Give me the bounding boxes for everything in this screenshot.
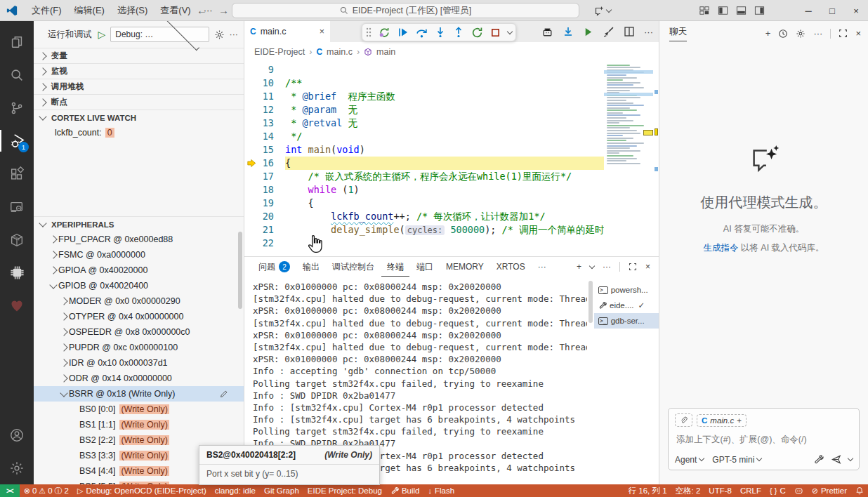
status-utf-8[interactable]: UTF-8 xyxy=(704,484,736,497)
reset-device-button[interactable] xyxy=(379,27,390,39)
panel-tab-调试控制台[interactable]: 调试控制台 xyxy=(327,257,380,277)
status-crlf[interactable]: CRLF xyxy=(736,484,765,497)
problems-status[interactable]: ⊗0 ⚠0 ⓘ2 xyxy=(20,484,73,497)
minimize-button[interactable]: ─ xyxy=(796,0,820,21)
split-editor-icon[interactable] xyxy=(624,26,635,37)
sidebar-item-remote-explorer[interactable] xyxy=(0,190,34,223)
status-debug-openocd-eide-project-[interactable]: ▷Debug: OpenOCD (EIDE-Project) xyxy=(73,484,211,497)
code-line[interactable]: 16{ xyxy=(244,157,604,170)
tree-row[interactable]: OTYPER @ 0x4 0x00000000 xyxy=(34,309,244,324)
chat-settings-gear-icon[interactable] xyxy=(796,29,805,39)
tree-row[interactable]: MODER @ 0x0 0x00000290 xyxy=(34,293,244,309)
step-out-button[interactable] xyxy=(453,27,464,38)
sidebar-more-actions-icon[interactable]: ··· xyxy=(230,29,239,39)
debug-config-select[interactable]: Debug: Open... xyxy=(110,27,209,42)
sidebar-item-source-control[interactable] xyxy=(0,91,34,124)
run-icon[interactable] xyxy=(583,27,593,37)
panel-tab-输出[interactable]: 输出 xyxy=(297,257,325,277)
settings-button[interactable] xyxy=(0,451,34,484)
customize-layout-icon[interactable] xyxy=(695,0,714,21)
section-调用堆栈[interactable]: 调用堆栈 xyxy=(34,79,244,94)
clean-icon[interactable] xyxy=(603,26,614,38)
code-editor[interactable]: 910/**11 * @brief 程序主函数12 * @param 无13 *… xyxy=(244,62,659,256)
code-line[interactable]: 14 */ xyxy=(244,130,604,143)
status--16-1[interactable]: 行 16, 列 1 xyxy=(624,484,671,497)
expand-chat-icon[interactable] xyxy=(839,29,848,38)
sidebar-item-search[interactable] xyxy=(0,58,34,91)
status-prettier[interactable]: ⊘Prettier xyxy=(808,484,851,497)
nav-forward-icon[interactable]: → xyxy=(218,4,229,16)
toggle-secondary-sidebar-icon[interactable] xyxy=(750,0,768,21)
mode-selector[interactable]: Agent xyxy=(675,455,704,465)
chat-input-box[interactable]: C main.c + 添加上下文(#)、扩展(@)、命令(/) Agent GP… xyxy=(668,408,860,470)
chevron-down-icon[interactable] xyxy=(589,263,595,268)
sidebar-item-eide-container[interactable] xyxy=(0,223,34,256)
sidebar-item-peripherals[interactable] xyxy=(0,256,34,289)
attach-context-button[interactable] xyxy=(675,413,692,427)
code-line[interactable]: 9 xyxy=(244,63,604,77)
breadcrumb-symbol[interactable]: main xyxy=(376,47,395,57)
menu-item[interactable]: 选择(S) xyxy=(111,4,154,17)
section-断点[interactable]: 断点 xyxy=(34,94,244,110)
toggle-panel-icon[interactable] xyxy=(732,0,750,21)
panel-tab-MEMORY[interactable]: MEMORY xyxy=(440,257,489,277)
tree-row[interactable]: GPIOB @ 0x40020400 xyxy=(34,278,244,293)
panel-tab-问题[interactable]: 问题2 xyxy=(253,257,296,277)
step-into-button[interactable] xyxy=(435,27,446,38)
code-line[interactable]: 21 delay_simple(cycles: 500000); /* 调用一个… xyxy=(244,223,604,237)
chevron-down-icon[interactable] xyxy=(507,28,513,34)
minimap[interactable] xyxy=(604,63,653,256)
code-line[interactable]: 11 * @brief 程序主函数 xyxy=(244,90,604,103)
copilot-menu-button[interactable] xyxy=(593,3,611,18)
breadcrumb[interactable]: EIDE-Project › C main.c › main xyxy=(244,42,659,62)
status-flash[interactable]: ↓Flash xyxy=(424,484,459,497)
code-line[interactable]: 13 * @retval 无 xyxy=(244,117,604,130)
panel-tabs-overflow-icon[interactable]: ··· xyxy=(532,257,552,277)
close-chat-icon[interactable]: × xyxy=(855,28,861,39)
more-actions-icon[interactable]: ··· xyxy=(644,27,653,37)
tree-row[interactable]: GPIOA @ 0x40020000 xyxy=(34,263,244,278)
menu-item[interactable]: 编辑(E) xyxy=(68,4,111,17)
close-tab-icon[interactable]: × xyxy=(320,27,324,37)
chevron-down-icon[interactable] xyxy=(848,456,853,461)
code-line[interactable]: 15int main(void) xyxy=(244,143,604,157)
code-line[interactable]: 22 xyxy=(244,237,604,250)
add-attachment-icon[interactable]: + xyxy=(737,416,742,425)
tree-row[interactable]: FPU_CPACR @ 0xe000ed88 xyxy=(34,232,244,247)
section-变量[interactable]: 变量 xyxy=(34,48,244,63)
new-chat-icon[interactable]: + xyxy=(765,28,771,39)
chat-input-placeholder[interactable]: 添加上下文(#)、扩展(@)、命令(/) xyxy=(676,434,853,446)
status--2[interactable]: 空格: 2 xyxy=(671,484,705,497)
tab-main-c[interactable]: C main.c × xyxy=(244,21,330,42)
status-git-graph[interactable]: Git Graph xyxy=(260,484,303,497)
command-center-search[interactable]: EIDE-Project (工作区) [管理员] xyxy=(232,3,579,18)
stop-button[interactable] xyxy=(490,27,501,38)
send-button[interactable] xyxy=(831,454,841,465)
status-bell[interactable] xyxy=(851,484,868,497)
code-line[interactable]: 10/** xyxy=(244,77,604,90)
status-c[interactable]: { }C xyxy=(765,484,790,497)
status-eide-project-debug[interactable]: EIDE Project: Debug xyxy=(303,484,386,497)
tree-row[interactable]: FSMC @ 0xa0000000 xyxy=(34,247,244,263)
remote-indicator[interactable]: >< xyxy=(0,484,20,497)
restart-button[interactable] xyxy=(471,27,483,39)
code-line[interactable]: 19 { xyxy=(244,197,604,210)
generate-instructions-link[interactable]: 生成指令 xyxy=(703,243,738,253)
menu-item[interactable]: 文件(F) xyxy=(25,4,68,17)
chat-tools-icon[interactable] xyxy=(813,454,824,465)
code-line[interactable]: 12 * @param 无 xyxy=(244,103,604,117)
code-line[interactable]: 17 /* 嵌入式系统的主循环，程序会永远在while(1)里面运行*/ xyxy=(244,170,604,183)
tree-row[interactable]: PUPDR @ 0xc 0x00000100 xyxy=(34,340,244,355)
section-监视[interactable]: 监视 xyxy=(34,63,244,79)
edit-pencil-icon[interactable] xyxy=(219,390,228,399)
tree-row[interactable]: BSRR @ 0x18 (Write Only) xyxy=(34,386,244,402)
code-line[interactable]: 20 lckfb_count++; /* 每次循环，让计数器加1*/ xyxy=(244,210,604,223)
start-debug-button[interactable]: ▷ xyxy=(98,29,106,40)
panel-tab-端口[interactable]: 端口 xyxy=(411,257,439,277)
status-build[interactable]: Build xyxy=(386,484,424,497)
breadcrumb-project[interactable]: EIDE-Project xyxy=(254,47,305,57)
status-clangd-idle[interactable]: clangd: idle xyxy=(211,484,260,497)
step-over-button[interactable] xyxy=(416,27,428,39)
terminal-list-item[interactable]: >_gdb-ser... xyxy=(594,313,659,329)
attached-file-chip[interactable]: C main.c + xyxy=(697,414,747,427)
